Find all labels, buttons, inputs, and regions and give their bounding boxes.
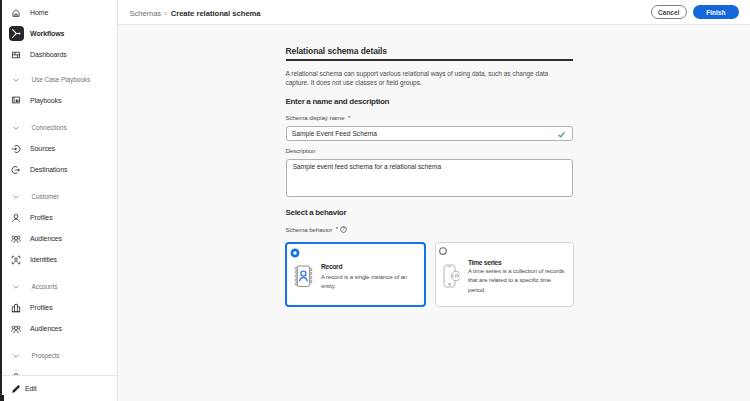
svg-text:?: ? bbox=[343, 227, 346, 232]
